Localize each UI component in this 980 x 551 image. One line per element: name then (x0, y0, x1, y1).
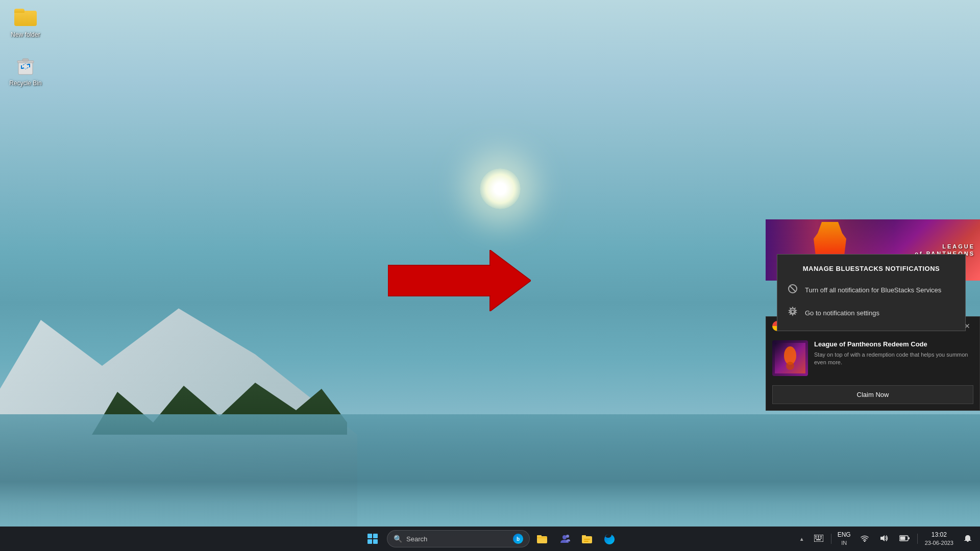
manage-popup-title: MANAGE BLUESTACKS NOTIFICATIONS (777, 261, 965, 279)
system-clock[interactable]: 13:02 23-06-2023 (921, 527, 958, 551)
volume-icon (878, 533, 890, 545)
desktop: New folder Recycle Bin (0, 0, 980, 551)
battery-icon (898, 534, 911, 544)
svg-rect-15 (582, 535, 586, 537)
manage-notifications-popup: MANAGE BLUESTACKS NOTIFICATIONS Turn off… (777, 254, 966, 331)
recycle-bin-icon (13, 53, 38, 78)
svg-rect-17 (584, 541, 589, 542)
svg-rect-11 (537, 535, 542, 537)
turn-off-label: Turn off all notification for BlueStacks… (805, 286, 941, 294)
recycle-bin-label: Recycle Bin (9, 80, 41, 88)
taskbar-right: ▲ ENG IN (796, 527, 980, 551)
svg-rect-29 (900, 536, 905, 540)
svg-rect-0 (18, 62, 33, 74)
notification-action-area: Claim Now (772, 385, 973, 404)
clock-time: 13:02 (932, 531, 947, 539)
notification-title: League of Pantheons Redeem Code (814, 340, 973, 348)
search-label: Search (406, 535, 509, 543)
claim-now-button[interactable]: Claim Now (772, 385, 973, 404)
folder-label: New folder (11, 31, 40, 39)
svg-point-6 (791, 310, 794, 313)
block-icon (788, 284, 798, 296)
taskbar-app-file-explorer[interactable] (532, 529, 552, 549)
language-tray[interactable]: ENG IN (835, 527, 854, 551)
system-tray-overflow[interactable]: ▲ (796, 527, 807, 551)
taskbar-app-folder[interactable] (577, 529, 597, 549)
bing-icon: b (513, 534, 523, 544)
taskbar-center: 🔍 Search b (360, 529, 620, 549)
notification-settings-label: Go to notification settings (805, 309, 879, 317)
taskbar-app-teams[interactable] (554, 529, 575, 549)
taskbar-search-bar[interactable]: 🔍 Search b (387, 530, 530, 547)
taskbar-app-edge[interactable] (599, 529, 620, 549)
keyboard-tray-button[interactable] (810, 527, 828, 551)
language-label: ENG (838, 531, 851, 539)
svg-rect-16 (584, 539, 590, 540)
water-reflection (0, 414, 980, 527)
svg-point-9 (786, 362, 794, 370)
desktop-icon-new-folder[interactable]: New folder (3, 3, 48, 41)
language-region-label: IN (841, 539, 847, 546)
wifi-icon (859, 534, 870, 544)
folder-icon (13, 5, 38, 29)
battery-tray[interactable] (895, 527, 914, 551)
notification-body: League of Pantheons Redeem Code Stay on … (766, 335, 979, 381)
notification-settings-item[interactable]: Go to notification settings (777, 302, 965, 324)
desktop-icon-recycle-bin[interactable]: Recycle Bin (3, 51, 48, 90)
svg-rect-22 (815, 537, 817, 538)
start-button[interactable] (362, 529, 383, 549)
volume-tray[interactable] (875, 527, 893, 551)
search-icon: 🔍 (394, 535, 402, 543)
windows-logo-icon (368, 534, 378, 544)
svg-marker-3 (388, 250, 531, 311)
svg-rect-19 (815, 536, 817, 537)
svg-line-5 (790, 286, 796, 292)
notification-thumbnail (772, 340, 808, 376)
clock-date: 23-06-2023 (925, 539, 953, 546)
notification-center-button[interactable] (960, 527, 976, 551)
red-arrow (388, 250, 531, 311)
svg-rect-25 (816, 539, 821, 540)
svg-rect-21 (820, 536, 822, 537)
taskbar: 🔍 Search b (0, 527, 980, 551)
svg-rect-24 (820, 537, 822, 538)
svg-point-13 (566, 535, 569, 538)
gear-icon (788, 307, 798, 319)
keyboard-icon (813, 534, 825, 544)
tray-chevron-icon: ▲ (799, 536, 804, 542)
turn-off-notifications-item[interactable]: Turn off all notification for BlueStacks… (777, 279, 965, 302)
notification-text: Stay on top of with a redemption code th… (814, 351, 973, 367)
svg-rect-10 (537, 536, 547, 543)
sun (480, 168, 521, 209)
svg-point-26 (864, 540, 865, 542)
svg-marker-27 (880, 535, 885, 541)
svg-rect-30 (908, 537, 910, 539)
network-tray[interactable] (856, 527, 873, 551)
svg-rect-2 (22, 59, 29, 61)
notification-content: League of Pantheons Redeem Code Stay on … (814, 340, 973, 367)
svg-point-12 (562, 535, 567, 539)
svg-rect-20 (818, 536, 819, 537)
svg-rect-23 (818, 537, 819, 538)
